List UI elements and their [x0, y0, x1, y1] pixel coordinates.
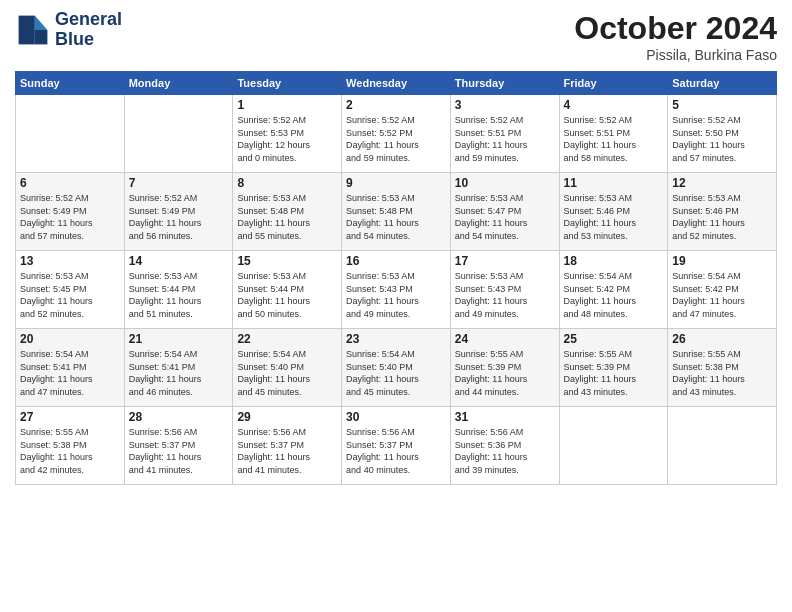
- header: General Blue October 2024 Pissila, Burki…: [15, 10, 777, 63]
- calendar-cell: 23Sunrise: 5:54 AM Sunset: 5:40 PM Dayli…: [342, 329, 451, 407]
- day-number: 2: [346, 98, 446, 112]
- day-number: 7: [129, 176, 229, 190]
- calendar-cell: 6Sunrise: 5:52 AM Sunset: 5:49 PM Daylig…: [16, 173, 125, 251]
- calendar-cell: 8Sunrise: 5:53 AM Sunset: 5:48 PM Daylig…: [233, 173, 342, 251]
- calendar-cell: 7Sunrise: 5:52 AM Sunset: 5:49 PM Daylig…: [124, 173, 233, 251]
- day-info: Sunrise: 5:52 AM Sunset: 5:51 PM Dayligh…: [455, 114, 555, 164]
- calendar-cell: 11Sunrise: 5:53 AM Sunset: 5:46 PM Dayli…: [559, 173, 668, 251]
- calendar-header-row: SundayMondayTuesdayWednesdayThursdayFrid…: [16, 72, 777, 95]
- calendar-cell: 9Sunrise: 5:53 AM Sunset: 5:48 PM Daylig…: [342, 173, 451, 251]
- day-header-wednesday: Wednesday: [342, 72, 451, 95]
- day-number: 31: [455, 410, 555, 424]
- page-container: General Blue October 2024 Pissila, Burki…: [0, 0, 792, 612]
- svg-marker-0: [35, 15, 48, 29]
- day-info: Sunrise: 5:54 AM Sunset: 5:42 PM Dayligh…: [564, 270, 664, 320]
- day-info: Sunrise: 5:53 AM Sunset: 5:46 PM Dayligh…: [564, 192, 664, 242]
- day-number: 26: [672, 332, 772, 346]
- day-info: Sunrise: 5:53 AM Sunset: 5:48 PM Dayligh…: [346, 192, 446, 242]
- day-header-sunday: Sunday: [16, 72, 125, 95]
- calendar-cell: 5Sunrise: 5:52 AM Sunset: 5:50 PM Daylig…: [668, 95, 777, 173]
- calendar-cell: 19Sunrise: 5:54 AM Sunset: 5:42 PM Dayli…: [668, 251, 777, 329]
- calendar-week-row: 20Sunrise: 5:54 AM Sunset: 5:41 PM Dayli…: [16, 329, 777, 407]
- day-info: Sunrise: 5:53 AM Sunset: 5:48 PM Dayligh…: [237, 192, 337, 242]
- calendar-cell: 30Sunrise: 5:56 AM Sunset: 5:37 PM Dayli…: [342, 407, 451, 485]
- logo-line1: General: [55, 10, 122, 30]
- day-number: 28: [129, 410, 229, 424]
- calendar-cell: 25Sunrise: 5:55 AM Sunset: 5:39 PM Dayli…: [559, 329, 668, 407]
- calendar-cell: 28Sunrise: 5:56 AM Sunset: 5:37 PM Dayli…: [124, 407, 233, 485]
- logo-icon: [15, 12, 51, 48]
- logo-text: General Blue: [55, 10, 122, 50]
- day-number: 30: [346, 410, 446, 424]
- day-info: Sunrise: 5:56 AM Sunset: 5:37 PM Dayligh…: [346, 426, 446, 476]
- day-number: 21: [129, 332, 229, 346]
- calendar-cell: 26Sunrise: 5:55 AM Sunset: 5:38 PM Dayli…: [668, 329, 777, 407]
- logo-line2: Blue: [55, 30, 122, 50]
- logo: General Blue: [15, 10, 122, 50]
- day-info: Sunrise: 5:55 AM Sunset: 5:39 PM Dayligh…: [564, 348, 664, 398]
- day-info: Sunrise: 5:54 AM Sunset: 5:42 PM Dayligh…: [672, 270, 772, 320]
- calendar-cell: 31Sunrise: 5:56 AM Sunset: 5:36 PM Dayli…: [450, 407, 559, 485]
- day-info: Sunrise: 5:52 AM Sunset: 5:53 PM Dayligh…: [237, 114, 337, 164]
- day-number: 19: [672, 254, 772, 268]
- calendar-cell: 12Sunrise: 5:53 AM Sunset: 5:46 PM Dayli…: [668, 173, 777, 251]
- day-header-monday: Monday: [124, 72, 233, 95]
- day-info: Sunrise: 5:53 AM Sunset: 5:43 PM Dayligh…: [346, 270, 446, 320]
- calendar-week-row: 6Sunrise: 5:52 AM Sunset: 5:49 PM Daylig…: [16, 173, 777, 251]
- day-number: 3: [455, 98, 555, 112]
- calendar-cell: 20Sunrise: 5:54 AM Sunset: 5:41 PM Dayli…: [16, 329, 125, 407]
- day-number: 4: [564, 98, 664, 112]
- day-number: 8: [237, 176, 337, 190]
- day-header-friday: Friday: [559, 72, 668, 95]
- day-number: 9: [346, 176, 446, 190]
- calendar-week-row: 1Sunrise: 5:52 AM Sunset: 5:53 PM Daylig…: [16, 95, 777, 173]
- day-info: Sunrise: 5:54 AM Sunset: 5:40 PM Dayligh…: [346, 348, 446, 398]
- day-number: 29: [237, 410, 337, 424]
- day-number: 15: [237, 254, 337, 268]
- calendar-cell: 1Sunrise: 5:52 AM Sunset: 5:53 PM Daylig…: [233, 95, 342, 173]
- svg-marker-1: [35, 30, 48, 44]
- day-number: 16: [346, 254, 446, 268]
- day-info: Sunrise: 5:52 AM Sunset: 5:52 PM Dayligh…: [346, 114, 446, 164]
- day-info: Sunrise: 5:56 AM Sunset: 5:37 PM Dayligh…: [129, 426, 229, 476]
- day-info: Sunrise: 5:52 AM Sunset: 5:49 PM Dayligh…: [20, 192, 120, 242]
- calendar-table: SundayMondayTuesdayWednesdayThursdayFrid…: [15, 71, 777, 485]
- day-number: 13: [20, 254, 120, 268]
- calendar-cell: 24Sunrise: 5:55 AM Sunset: 5:39 PM Dayli…: [450, 329, 559, 407]
- location-title: Pissila, Burkina Faso: [574, 47, 777, 63]
- day-number: 5: [672, 98, 772, 112]
- day-number: 17: [455, 254, 555, 268]
- day-info: Sunrise: 5:54 AM Sunset: 5:40 PM Dayligh…: [237, 348, 337, 398]
- day-info: Sunrise: 5:56 AM Sunset: 5:37 PM Dayligh…: [237, 426, 337, 476]
- day-number: 18: [564, 254, 664, 268]
- day-number: 20: [20, 332, 120, 346]
- month-title: October 2024: [574, 10, 777, 47]
- calendar-cell: 22Sunrise: 5:54 AM Sunset: 5:40 PM Dayli…: [233, 329, 342, 407]
- title-block: October 2024 Pissila, Burkina Faso: [574, 10, 777, 63]
- calendar-cell: 13Sunrise: 5:53 AM Sunset: 5:45 PM Dayli…: [16, 251, 125, 329]
- svg-rect-2: [19, 15, 35, 44]
- calendar-cell: 18Sunrise: 5:54 AM Sunset: 5:42 PM Dayli…: [559, 251, 668, 329]
- day-number: 10: [455, 176, 555, 190]
- day-info: Sunrise: 5:53 AM Sunset: 5:47 PM Dayligh…: [455, 192, 555, 242]
- day-number: 22: [237, 332, 337, 346]
- day-info: Sunrise: 5:56 AM Sunset: 5:36 PM Dayligh…: [455, 426, 555, 476]
- day-info: Sunrise: 5:55 AM Sunset: 5:39 PM Dayligh…: [455, 348, 555, 398]
- calendar-cell: [124, 95, 233, 173]
- day-number: 23: [346, 332, 446, 346]
- calendar-cell: 21Sunrise: 5:54 AM Sunset: 5:41 PM Dayli…: [124, 329, 233, 407]
- calendar-cell: 17Sunrise: 5:53 AM Sunset: 5:43 PM Dayli…: [450, 251, 559, 329]
- day-info: Sunrise: 5:52 AM Sunset: 5:51 PM Dayligh…: [564, 114, 664, 164]
- day-info: Sunrise: 5:53 AM Sunset: 5:44 PM Dayligh…: [237, 270, 337, 320]
- day-number: 14: [129, 254, 229, 268]
- calendar-cell: 4Sunrise: 5:52 AM Sunset: 5:51 PM Daylig…: [559, 95, 668, 173]
- day-info: Sunrise: 5:53 AM Sunset: 5:44 PM Dayligh…: [129, 270, 229, 320]
- day-info: Sunrise: 5:53 AM Sunset: 5:43 PM Dayligh…: [455, 270, 555, 320]
- day-info: Sunrise: 5:52 AM Sunset: 5:50 PM Dayligh…: [672, 114, 772, 164]
- day-number: 25: [564, 332, 664, 346]
- day-info: Sunrise: 5:53 AM Sunset: 5:46 PM Dayligh…: [672, 192, 772, 242]
- day-number: 6: [20, 176, 120, 190]
- day-info: Sunrise: 5:53 AM Sunset: 5:45 PM Dayligh…: [20, 270, 120, 320]
- calendar-cell: [16, 95, 125, 173]
- calendar-cell: 15Sunrise: 5:53 AM Sunset: 5:44 PM Dayli…: [233, 251, 342, 329]
